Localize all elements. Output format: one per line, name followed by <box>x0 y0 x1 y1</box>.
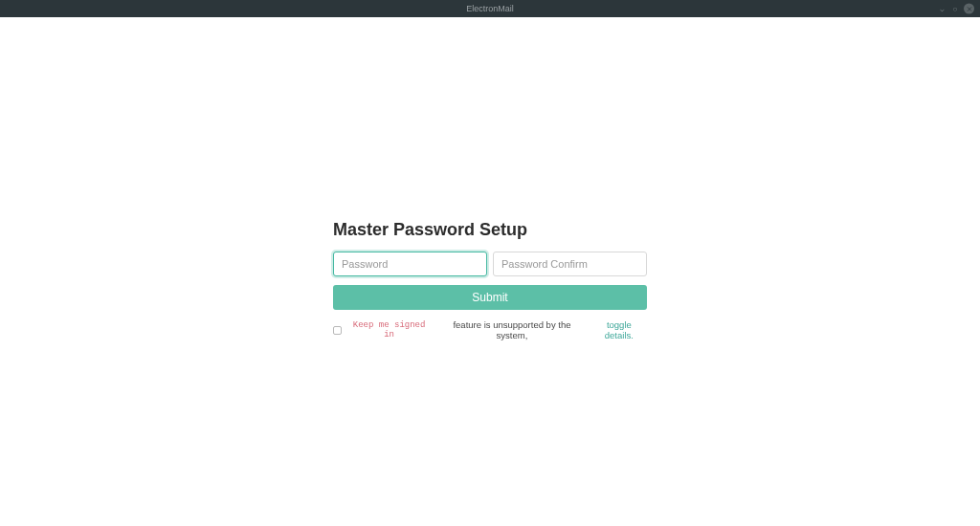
setup-form: Master Password Setup Submit Keep me sig… <box>333 220 647 340</box>
feature-notice: Keep me signed in feature is unsupported… <box>333 319 647 340</box>
close-icon[interactable] <box>964 4 974 14</box>
notice-text: feature is unsupported by the system, <box>436 319 587 340</box>
app-title: ElectronMail <box>466 4 514 13</box>
maximize-icon[interactable]: ○ <box>950 4 960 13</box>
page-title: Master Password Setup <box>333 220 647 240</box>
feature-name-label: Keep me signed in <box>345 320 433 340</box>
password-confirm-field[interactable] <box>493 252 647 276</box>
main-content: Master Password Setup Submit Keep me sig… <box>0 17 980 526</box>
password-inputs-row <box>333 252 647 276</box>
password-field[interactable] <box>333 252 487 276</box>
submit-button[interactable]: Submit <box>333 285 647 310</box>
window-controls: ⌵ ○ <box>937 4 974 14</box>
keep-signed-in-checkbox[interactable] <box>333 326 342 335</box>
minimize-icon[interactable]: ⌵ <box>937 4 947 13</box>
window-titlebar: ElectronMail ⌵ ○ <box>0 0 980 17</box>
toggle-details-link[interactable]: toggle details. <box>591 319 647 340</box>
